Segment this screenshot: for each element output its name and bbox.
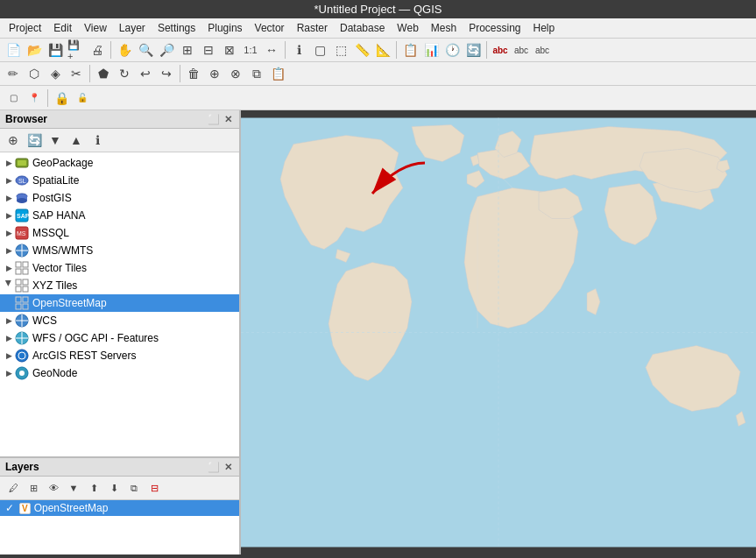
menu-plugins[interactable]: Plugins [202, 20, 247, 36]
layer-visibility-checkbox[interactable]: ✓ [5, 502, 18, 514]
identify-btn[interactable]: ℹ [289, 40, 308, 60]
layer-item-osm[interactable]: ✓ V OpenStreetMap [0, 500, 239, 516]
toolbar-2: ✏ ⬡ ◈ ✂ ⬟ ↻ ↩ ↪ 🗑 ⊕ ⊗ ⧉ 📋 [0, 62, 756, 86]
undo-btn[interactable]: ↩ [136, 64, 155, 83]
node-btn[interactable]: ◈ [46, 64, 65, 83]
save-project-btn[interactable]: 💾 [46, 40, 65, 60]
open-layer-editor-btn[interactable]: 🖊 [4, 478, 23, 498]
menu-settings[interactable]: Settings [152, 20, 201, 36]
menu-layer[interactable]: Layer [114, 20, 151, 36]
tree-item-geopackage[interactable]: ▶ GeoPackage [0, 154, 239, 172]
attribute-table-btn[interactable]: 📋 [400, 40, 420, 60]
tree-item-geonode[interactable]: ▶ GeoNode [0, 364, 239, 382]
toolbar2-sep-2 [180, 65, 180, 82]
redo-btn[interactable]: ↪ [157, 64, 176, 83]
edit-toolbar-btn[interactable]: ✏ [4, 64, 23, 83]
add-layer-btn[interactable]: ⊞ [24, 478, 43, 498]
move-up-btn[interactable]: ⬆ [84, 478, 103, 498]
lock2-btn[interactable]: 🔓 [73, 88, 92, 108]
menu-project[interactable]: Project [4, 20, 46, 36]
select2-btn[interactable]: 📍 [25, 88, 44, 108]
menu-vector[interactable]: Vector [250, 20, 290, 36]
menu-view[interactable]: View [79, 20, 112, 36]
zoom-layer-btn[interactable]: ⊠ [220, 40, 239, 60]
measure-btn[interactable]: 📏 [352, 40, 371, 60]
label2-btn[interactable]: abc [512, 40, 531, 60]
menu-help[interactable]: Help [528, 20, 561, 36]
deselect-btn[interactable]: ⬚ [331, 40, 350, 60]
menu-edit[interactable]: Edit [48, 20, 77, 36]
browser-filter-btn[interactable]: ▼ [46, 131, 65, 150]
cut-btn[interactable]: ✂ [67, 64, 86, 83]
delete-btn[interactable]: 🗑 [184, 64, 203, 83]
measure-area-btn[interactable]: 📐 [373, 40, 392, 60]
tree-item-xyztiles[interactable]: ▶ XYZ Tiles [0, 277, 239, 294]
label3-btn[interactable]: abc [533, 40, 552, 60]
layers-title: Layers [5, 461, 39, 473]
merge-btn[interactable]: ⊕ [205, 64, 224, 83]
map-area[interactable] [241, 110, 756, 554]
lock-btn[interactable]: 🔒 [52, 88, 71, 108]
split-btn[interactable]: ⊗ [226, 64, 245, 83]
menu-mesh[interactable]: Mesh [426, 20, 462, 36]
print-btn[interactable]: 🖨 [88, 40, 107, 60]
layers-section: Layers ⬜ ✕ 🖊 ⊞ 👁 ▼ ⬆ ⬇ ⧉ ⊟ ✓ V [0, 458, 239, 554]
clock-btn[interactable]: 🕐 [442, 40, 462, 60]
statistics-btn[interactable]: 📊 [421, 40, 441, 60]
move-down-btn[interactable]: ⬇ [104, 478, 124, 498]
svg-rect-14 [16, 262, 21, 267]
rubber-btn[interactable]: ▢ [4, 88, 23, 108]
layers-close-btn[interactable]: ✕ [222, 461, 234, 473]
digitize-btn[interactable]: ⬡ [25, 64, 44, 83]
save-as-btn[interactable]: 💾+ [67, 40, 86, 60]
browser-collapse-btn[interactable]: ▲ [67, 131, 86, 150]
menu-web[interactable]: Web [392, 20, 423, 36]
pan-feature-btn[interactable]: ↔ [262, 40, 281, 60]
pan-btn[interactable]: ✋ [115, 40, 134, 60]
tree-label-openstreetmap: OpenStreetMap [32, 297, 107, 309]
tree-item-arcgis[interactable]: ▶ ArcGIS REST Servers [0, 347, 239, 364]
label-btn[interactable]: abc [491, 40, 510, 60]
tree-item-wcs[interactable]: ▶ WCS [0, 312, 239, 329]
browser-add-btn[interactable]: ⊕ [4, 131, 23, 150]
tree-item-spatialite[interactable]: ▶ SL SpatiaLite [0, 172, 239, 189]
zoom-in-btn[interactable]: 🔍 [136, 40, 155, 60]
tree-item-postgis[interactable]: ▶ PostGIS [0, 189, 239, 207]
remove-layer-btn[interactable]: 👁 [44, 478, 63, 498]
browser-info-btn[interactable]: ℹ [88, 131, 107, 150]
svg-point-32 [16, 350, 28, 362]
select-feature-btn[interactable]: ▢ [310, 40, 329, 60]
layer-name-osm: OpenStreetMap [34, 502, 109, 514]
rotate-btn[interactable]: ↻ [115, 64, 134, 83]
browser-float-btn[interactable]: ⬜ [208, 113, 220, 125]
zoom-full-btn[interactable]: ⊞ [178, 40, 197, 60]
open-project-btn[interactable]: 📂 [25, 40, 44, 60]
arrow-wcs: ▶ [4, 316, 14, 325]
tree-item-wfsogc[interactable]: ▶ WFS / OGC API - Features [0, 329, 239, 347]
osm-icon [14, 296, 30, 310]
copy2-btn[interactable]: ⧉ [247, 64, 266, 83]
menu-processing[interactable]: Processing [463, 20, 526, 36]
tree-item-wmswmts[interactable]: ▶ WMS/WMTS [0, 242, 239, 259]
refresh-btn[interactable]: 🔄 [463, 40, 483, 60]
tree-item-mssql[interactable]: ▶ MS MSSQL [0, 224, 239, 242]
new-project-btn[interactable]: 📄 [4, 40, 23, 60]
arrow-wmswmts: ▶ [4, 246, 14, 255]
legend-btn[interactable]: ⊟ [145, 478, 164, 498]
menu-database[interactable]: Database [335, 20, 390, 36]
zoom-native-btn[interactable]: 1:1 [241, 40, 260, 60]
filter-layers-btn[interactable]: ▼ [64, 478, 83, 498]
zoom-selection-btn[interactable]: ⊟ [199, 40, 218, 60]
vectortiles-icon [14, 261, 30, 275]
paste-btn[interactable]: 📋 [268, 64, 287, 83]
duplicate-layer-btn[interactable]: ⧉ [124, 478, 144, 498]
browser-refresh-btn[interactable]: 🔄 [25, 131, 44, 150]
tree-item-openstreetmap[interactable]: OpenStreetMap [0, 294, 239, 312]
tree-item-vectortiles[interactable]: ▶ Vector Tiles [0, 259, 239, 277]
zoom-out-btn[interactable]: 🔎 [157, 40, 176, 60]
tree-item-saphana[interactable]: ▶ SAP SAP HANA [0, 207, 239, 224]
browser-close-btn[interactable]: ✕ [222, 113, 234, 125]
menu-raster[interactable]: Raster [292, 20, 333, 36]
digitize2-btn[interactable]: ⬟ [94, 64, 113, 83]
layers-float-btn[interactable]: ⬜ [208, 461, 220, 473]
